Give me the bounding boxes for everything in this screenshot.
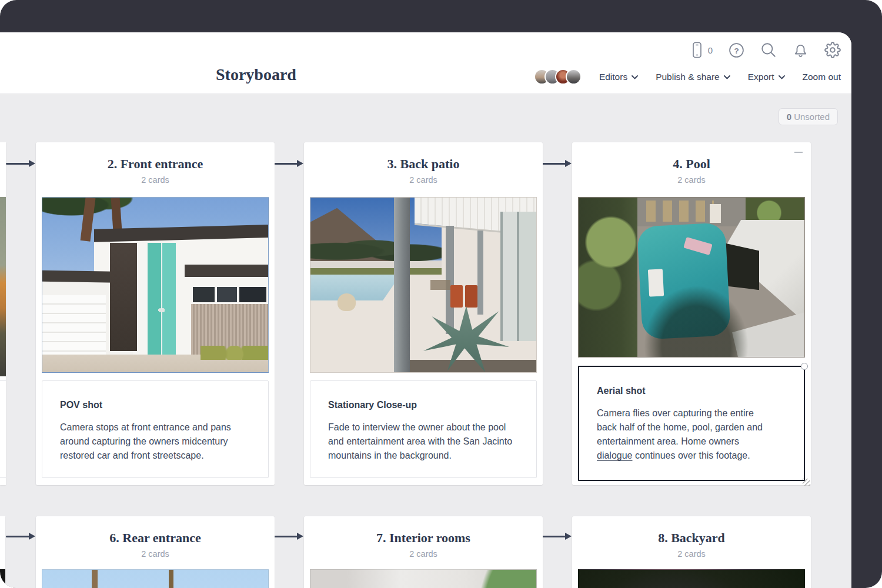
door-handles [158,306,165,315]
note-card-selected[interactable]: Aerial shot Camera flies over capturing … [578,366,805,481]
mobile-device-icon [690,41,704,59]
column-title[interactable]: 6. Rear entrance [36,530,275,546]
unsorted-label: Unsorted [794,112,830,122]
palm-trunk [169,570,173,588]
clipped-photo [0,569,5,588]
column-title[interactable]: 8. Backyard [572,530,811,546]
photo-card-rear-entrance[interactable] [42,569,269,588]
flow-arrow [542,536,566,537]
selection-handle[interactable] [801,363,808,370]
photo-card-pool-aerial[interactable] [578,197,805,358]
board-header: Storyboard 0 ? [0,32,851,94]
column-card-count: 2 cards [572,175,811,185]
zoom-out-button[interactable]: Zoom out [803,72,841,82]
mobile-device-count: 0 [708,45,713,55]
collapse-column-control[interactable] [794,152,803,153]
resize-handle-icon[interactable] [803,479,810,486]
storyboard-column-back-patio[interactable]: 3. Back patio 2 cards [304,142,543,485]
palm-garden [579,198,637,357]
svg-text:?: ? [734,46,739,55]
chevron-down-icon [632,75,638,79]
storyboard-column-pool[interactable]: 4. Pool 2 cards Aerial [572,142,811,485]
avatar[interactable] [566,69,582,85]
unsorted-button[interactable]: 0Unsorted [779,108,838,125]
clipped-column-left-bottom [0,516,5,588]
note-title: POV shot [60,400,250,410]
garage-door [42,295,106,355]
flow-arrow [274,536,298,537]
export-dropdown[interactable]: Export [748,72,785,82]
storyboard-column-backyard[interactable]: 8. Backyard 2 cards [572,516,811,588]
unsorted-count: 0 [787,112,791,122]
photo-card-back-patio[interactable] [310,197,537,373]
note-card[interactable]: Stationary Close-up Fade to interview th… [310,380,537,478]
column-title[interactable]: 7. Interior rooms [304,530,543,546]
dialogue-link[interactable]: dialogue [597,450,633,460]
header-icon-toolbar: 0 ? [690,38,841,62]
flow-arrow [274,163,298,165]
chevron-down-icon [724,75,730,79]
notifications-icon[interactable] [793,42,808,58]
help-icon[interactable]: ? [729,42,744,58]
column-title[interactable]: 3. Back patio [304,156,543,172]
storyboard-column-front-entrance[interactable]: 2. Front entrance 2 cards [36,142,275,485]
lounge-chairs [646,201,714,221]
note-title: Stationary Close-up [328,400,519,410]
flow-arrow [6,536,29,537]
pool-water [310,275,401,301]
column-card-count: 2 cards [304,549,543,559]
photo-card-interior-rooms[interactable] [310,569,537,588]
glass-wall [500,212,536,341]
clipped-photo [0,197,6,376]
note-body: Camera stops at front entrance and pans … [60,420,250,463]
column-title[interactable]: 2. Front entrance [36,156,275,172]
note-body: Fade to interview the owner about the po… [328,420,519,463]
clipped-note-card [0,380,6,478]
note-title: Aerial shot [597,386,786,396]
patio-post [394,198,410,372]
palm-fronds [42,197,169,232]
search-icon[interactable] [760,42,777,58]
column-title[interactable]: 4. Pool [572,156,811,172]
orange-chair [465,285,477,308]
editors-dropdown[interactable]: Editors [599,72,638,82]
trees [310,232,442,263]
palm-leaf [432,569,536,588]
column-card-count: 2 cards [572,549,811,559]
teal-front-door [148,243,176,355]
flow-arrow [6,163,29,165]
publish-share-dropdown[interactable]: Publish & share [656,72,730,82]
editor-avatars[interactable] [534,69,582,85]
storyboard-canvas[interactable]: 0Unsorted 2. Front entrance 2 cards [0,94,851,588]
dog [338,293,356,311]
header-menu: Editors Publish & share Export [534,69,841,85]
note-body: Camera flies over capturing the entire b… [597,406,786,463]
photo-card-backyard[interactable] [578,569,805,588]
dark-panel [110,243,137,351]
palm-garden [746,198,804,223]
lawn [310,268,442,274]
towel [710,204,721,223]
storyboard-column-rear-entrance[interactable]: 6. Rear entrance 2 cards [36,516,275,588]
note-card[interactable]: POV shot Camera stops at front entrance … [42,380,269,478]
roof-fascia [185,265,268,277]
flow-arrow [542,163,566,165]
storyboard-column-interior-rooms[interactable]: 7. Interior rooms 2 cards [304,516,543,588]
cacti [201,346,268,360]
column-card-count: 2 cards [36,175,275,185]
settings-icon[interactable] [824,42,841,58]
clipped-column-left-top [0,142,6,485]
app-window: Storyboard 0 ? [0,32,851,588]
patio-post [477,230,483,315]
gravel-bed [410,360,536,372]
mobile-preview-button[interactable]: 0 [690,41,713,59]
outdoor-table [430,280,451,290]
photo-card-front-entrance[interactable] [42,197,269,373]
column-card-count: 2 cards [304,175,543,185]
orange-chair [450,285,463,308]
app-frame: Storyboard 0 ? [0,0,882,588]
column-card-count: 2 cards [36,549,275,559]
chevron-down-icon [779,75,785,79]
palm-trunk [92,570,98,588]
palm-shadow [642,283,750,357]
